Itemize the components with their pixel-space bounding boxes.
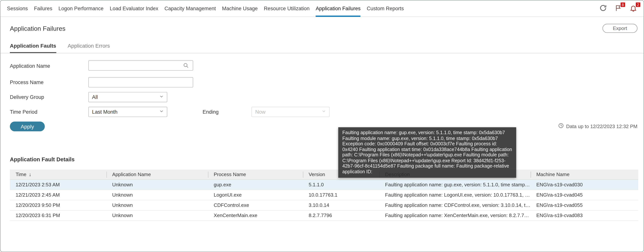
- description-tooltip: Faulting application name: gup.exe, vers…: [338, 127, 516, 178]
- cell-process-name: gup.exe: [208, 180, 303, 190]
- cell-process-name: XenCenterMain.exe: [208, 211, 303, 221]
- ending-value: Now: [255, 109, 266, 115]
- cell-process-name: LogonUI.exe: [208, 190, 303, 200]
- fault-details-table: Time↓ Application Name Process Name Vers…: [10, 169, 638, 221]
- cell-time: 12/21/2023 2:45 AM: [10, 190, 106, 200]
- page-title: Application Failures: [10, 25, 66, 32]
- column-time-label: Time: [16, 171, 26, 177]
- time-period-label: Time Period: [10, 109, 38, 115]
- delivery-group-select[interactable]: All: [88, 92, 167, 102]
- cell-version: 5.1.1.0: [303, 180, 379, 190]
- alerts-button[interactable]: 8: [614, 3, 623, 14]
- data-up-to-text: Data up to 12/22/2023 12:32 PM: [566, 123, 637, 129]
- application-name-label: Application Name: [10, 63, 50, 69]
- cell-machine-name: ENG\ra-s19-cvad045: [530, 190, 638, 200]
- cell-time: 12/20/2023 9:50 PM: [10, 200, 106, 211]
- cell-version: 10.0.17763.1: [303, 190, 379, 200]
- application-name-input[interactable]: [88, 60, 193, 71]
- tab-logon-performance[interactable]: Logon Performance: [58, 0, 104, 17]
- tab-capacity-management[interactable]: Capacity Management: [164, 0, 216, 17]
- column-header-process-name[interactable]: Process Name: [208, 169, 303, 180]
- chevron-down-icon: [159, 94, 164, 100]
- clock-icon: [558, 123, 564, 130]
- sort-descending-icon[interactable]: ↓: [29, 171, 31, 177]
- column-header-machine-name[interactable]: Machine Name: [530, 169, 638, 180]
- cell-application-name: Unknown: [106, 190, 208, 200]
- cell-time: 12/21/2023 2:53 AM: [10, 180, 106, 190]
- top-navigation: Sessions Failures Logon Performance Load…: [0, 0, 644, 17]
- delivery-group-value: All: [92, 94, 98, 100]
- cell-application-name: Unknown: [106, 200, 208, 211]
- ending-select[interactable]: Now: [252, 107, 330, 117]
- process-name-label: Process Name: [10, 80, 44, 85]
- cell-machine-name: ENG\ra-s19-cvad030: [530, 180, 638, 190]
- nav-icon-group: 8 2: [598, 0, 638, 17]
- refresh-button[interactable]: [598, 3, 608, 14]
- table-row[interactable]: 12/20/2023 9:50 PM Unknown CDFControl.ex…: [10, 200, 638, 211]
- chevron-down-icon: [159, 109, 164, 115]
- search-icon: [183, 62, 189, 70]
- cell-machine-name: ENG\ra-s19-cvad083: [530, 211, 638, 221]
- notifications-badge: 2: [636, 2, 641, 7]
- delivery-group-label: Delivery Group: [10, 94, 44, 100]
- tab-sessions[interactable]: Sessions: [7, 0, 28, 17]
- cell-process-name: CDFControl.exe: [208, 200, 303, 211]
- subtab-application-errors[interactable]: Application Errors: [68, 43, 110, 53]
- cell-description[interactable]: Faulting application name: LogonUI.exe, …: [379, 190, 530, 200]
- cell-time: 12/20/2023 6:31 PM: [10, 211, 106, 221]
- chevron-down-icon: [322, 109, 326, 115]
- ending-label: Ending: [203, 109, 219, 115]
- cell-machine-name: ENG\ra-s19-cvad055: [530, 200, 638, 211]
- application-failures-page: Sessions Failures Logon Performance Load…: [0, 0, 644, 252]
- notifications-button[interactable]: 2: [629, 3, 638, 14]
- table-row[interactable]: 12/21/2023 2:53 AM Unknown gup.exe 5.1.1…: [10, 180, 638, 190]
- subtabs-divider: [0, 53, 644, 53]
- apply-button[interactable]: Apply: [10, 121, 45, 131]
- subtab-application-faults[interactable]: Application Faults: [10, 43, 56, 53]
- nav-tabs: Sessions Failures Logon Performance Load…: [7, 0, 404, 17]
- sub-tabs: Application Faults Application Errors: [10, 43, 110, 53]
- cell-description[interactable]: Faulting application name: gup.exe, vers…: [379, 180, 530, 190]
- tab-load-evaluator-index[interactable]: Load Evaluator Index: [110, 0, 158, 17]
- tab-custom-reports[interactable]: Custom Reports: [367, 0, 404, 17]
- cell-description[interactable]: Faulting application name: XenCenterMain…: [379, 211, 530, 221]
- table-row[interactable]: 12/21/2023 2:45 AM Unknown LogonUI.exe 1…: [10, 190, 638, 200]
- column-header-time[interactable]: Time↓: [10, 169, 106, 180]
- process-name-input[interactable]: [88, 77, 193, 87]
- table-header-row: Time↓ Application Name Process Name Vers…: [10, 169, 638, 180]
- cell-version: 3.10.0.14: [303, 200, 379, 211]
- data-up-to-status: Data up to 12/22/2023 12:32 PM: [558, 123, 638, 130]
- export-button[interactable]: Export: [602, 24, 638, 33]
- column-header-application-name[interactable]: Application Name: [106, 169, 208, 180]
- table-row[interactable]: 12/20/2023 6:31 PM Unknown XenCenterMain…: [10, 211, 638, 221]
- screenshot-root: Sessions Failures Logon Performance Load…: [0, 0, 644, 252]
- tab-machine-usage[interactable]: Machine Usage: [222, 0, 258, 17]
- cell-application-name: Unknown: [106, 180, 208, 190]
- tab-resource-utilization[interactable]: Resource Utilization: [264, 0, 310, 17]
- tab-application-failures[interactable]: Application Failures: [316, 0, 360, 17]
- time-period-select[interactable]: Last Month: [88, 107, 167, 117]
- alerts-badge: 8: [620, 2, 626, 7]
- time-period-value: Last Month: [92, 109, 118, 115]
- cell-application-name: Unknown: [106, 211, 208, 221]
- cell-description[interactable]: Faulting application name: CDFControl.ex…: [379, 200, 530, 211]
- refresh-icon: [599, 4, 607, 13]
- details-heading: Application Fault Details: [10, 156, 75, 162]
- tab-failures[interactable]: Failures: [34, 0, 52, 17]
- cell-version: 8.2.7.7796: [303, 211, 379, 221]
